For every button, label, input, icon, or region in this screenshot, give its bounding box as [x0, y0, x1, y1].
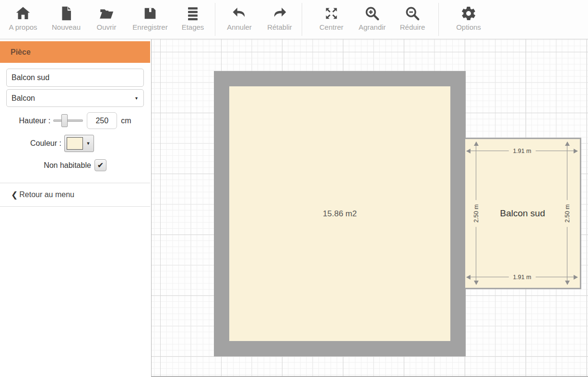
room-area-label: 15.86 m2: [323, 209, 357, 219]
color-label: Couleur :: [30, 139, 61, 148]
toolbar-button-ouvrir[interactable]: Ouvrir: [86, 0, 127, 39]
height-label: Hauteur :: [19, 117, 50, 125]
back-to-menu-link[interactable]: ❮ Retour au menu: [0, 183, 150, 207]
save-icon: [142, 4, 158, 23]
toolbar-button-reduire[interactable]: Réduire: [392, 0, 433, 39]
toolbar-label: A propos: [9, 23, 37, 31]
selected-room-balcon[interactable]: 1.91 m 1.91 m 2.50 m 2.50 m Balcon sud: [465, 138, 581, 289]
toolbar-button-etages[interactable]: Etages: [174, 0, 212, 39]
toolbar-separator: [215, 3, 215, 36]
height-unit-label: cm: [121, 117, 131, 125]
room-name-label: Balcon sud: [465, 139, 580, 288]
height-slider[interactable]: [53, 114, 83, 127]
layers-icon: [185, 4, 201, 23]
toolbar-button-nouveau[interactable]: Nouveau: [46, 0, 86, 39]
gear-icon: [460, 4, 477, 23]
color-swatch: [67, 137, 83, 150]
floor-plan-app: A propos Nouveau Ouvrir Enregistrer Etag…: [0, 0, 588, 377]
toolbar: A propos Nouveau Ouvrir Enregistrer Etag…: [0, 0, 588, 39]
room-name-input[interactable]: [6, 69, 144, 87]
height-input[interactable]: [87, 112, 117, 129]
panel-title: Pièce: [11, 48, 31, 56]
toolbar-separator: [302, 3, 302, 36]
toolbar-label: Options: [456, 23, 481, 31]
piece-panel: Pièce Balcon ▾ Hauteur : cm Couleur : ▼ …: [0, 40, 150, 207]
new-file-icon: [58, 4, 74, 23]
slider-handle[interactable]: [61, 114, 68, 127]
caret-down-icon: ▼: [83, 135, 94, 152]
room-type-selected-value: Balcon: [12, 94, 35, 102]
home-icon: [15, 4, 31, 23]
redo-icon: [271, 4, 288, 23]
toolbar-label: Réduire: [400, 23, 425, 31]
toolbar-button-options[interactable]: Options: [447, 0, 490, 39]
main-room[interactable]: 15.86 m2: [214, 71, 466, 356]
color-row: Couleur : ▼: [0, 135, 150, 152]
zoom-in-icon: [364, 4, 380, 23]
non-habitable-label: Non habitable: [44, 161, 91, 170]
back-to-menu-label: Retour au menu: [19, 190, 74, 199]
floor-plan-canvas[interactable]: 15.86 m2 1.91 m 1.91 m 2.50 m: [151, 39, 588, 377]
zoom-out-icon: [404, 4, 421, 23]
caret-down-icon: ▾: [135, 90, 138, 106]
main-room-interior: 15.86 m2: [229, 86, 450, 341]
open-folder-icon: [98, 4, 115, 23]
toolbar-button-apropos[interactable]: A propos: [0, 0, 46, 39]
height-row: Hauteur : cm: [0, 112, 150, 129]
toolbar-label: Enregistrer: [132, 23, 167, 31]
toolbar-label: Rétablir: [267, 23, 292, 31]
toolbar-label: Ouvrir: [97, 23, 117, 31]
toolbar-button-agrandir[interactable]: Agrandir: [352, 0, 392, 39]
toolbar-label: Etages: [182, 23, 204, 31]
toolbar-label: Agrandir: [359, 23, 386, 31]
undo-icon: [231, 4, 247, 23]
center-icon: [323, 4, 340, 23]
toolbar-button-annuler[interactable]: Annuler: [218, 0, 260, 39]
toolbar-button-retablir[interactable]: Rétablir: [260, 0, 299, 39]
color-picker-button[interactable]: ▼: [64, 135, 94, 152]
checkmark-icon: ✔: [97, 161, 104, 170]
toolbar-button-centrer[interactable]: Centrer: [311, 0, 352, 39]
toolbar-button-enregistrer[interactable]: Enregistrer: [127, 0, 174, 39]
toolbar-label: Nouveau: [52, 23, 81, 31]
toolbar-label: Centrer: [319, 23, 343, 31]
toolbar-label: Annuler: [227, 23, 252, 31]
chevron-left-icon: ❮: [11, 190, 18, 200]
room-type-select[interactable]: Balcon ▾: [6, 89, 144, 107]
non-habitable-checkbox[interactable]: ✔: [94, 159, 106, 171]
panel-header: Pièce: [0, 41, 150, 63]
toolbar-separator: [438, 3, 439, 36]
slider-track: [53, 119, 83, 122]
non-habitable-row: Non habitable ✔: [0, 159, 150, 171]
